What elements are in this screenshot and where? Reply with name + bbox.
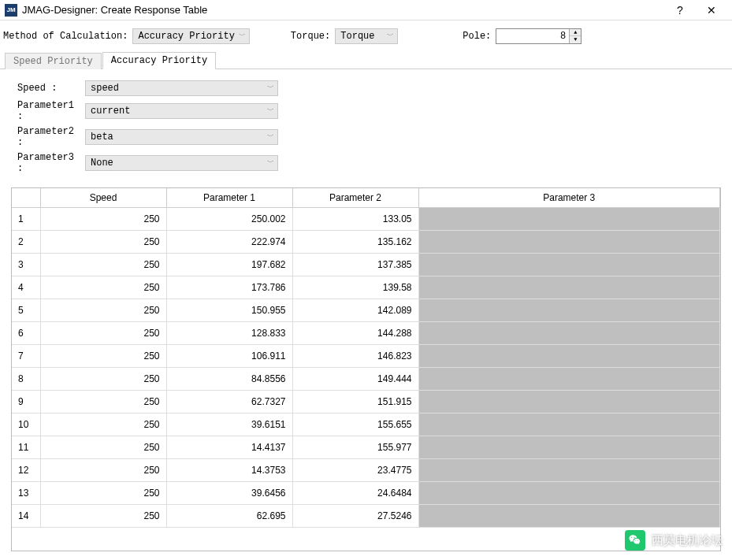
cell-p2[interactable]: 135.162 — [292, 231, 418, 254]
cell-speed[interactable]: 250 — [40, 276, 166, 299]
cell-idx[interactable]: 1 — [12, 208, 40, 231]
cell-idx[interactable]: 9 — [12, 391, 40, 414]
cell-p1[interactable]: 128.833 — [166, 322, 292, 345]
cell-p1[interactable]: 14.4137 — [166, 436, 292, 459]
cell-idx[interactable]: 6 — [12, 322, 40, 345]
speed-combo[interactable]: speed — [85, 80, 278, 96]
cell-speed[interactable]: 250 — [40, 414, 166, 436]
cell-p1[interactable]: 222.974 — [166, 231, 292, 254]
tab-speed-priority[interactable]: Speed Priority — [5, 53, 102, 69]
cell-p3[interactable] — [418, 231, 720, 254]
header-param1[interactable]: Parameter 1 — [166, 188, 292, 208]
cell-p1[interactable]: 106.911 — [166, 345, 292, 368]
cell-p3[interactable] — [418, 414, 720, 436]
cell-speed[interactable]: 250 — [40, 482, 166, 505]
cell-p3[interactable] — [418, 391, 720, 414]
cell-p1[interactable]: 62.7327 — [166, 391, 292, 414]
cell-p2[interactable]: 146.823 — [292, 345, 418, 368]
cell-p1[interactable]: 250.002 — [166, 208, 292, 231]
table-row[interactable]: 6250128.833144.288 — [12, 322, 720, 345]
cell-p2[interactable]: 24.6484 — [292, 482, 418, 505]
header-param3[interactable]: Parameter 3 — [418, 188, 720, 208]
cell-p2[interactable]: 155.977 — [292, 436, 418, 459]
cell-p3[interactable] — [418, 505, 720, 528]
spinner-down[interactable]: ▼ — [570, 36, 581, 43]
cell-idx[interactable]: 11 — [12, 436, 40, 459]
cell-speed[interactable]: 250 — [40, 459, 166, 482]
cell-p2[interactable]: 133.05 — [292, 208, 418, 231]
table-row[interactable]: 825084.8556149.444 — [12, 368, 720, 391]
spinner-up[interactable]: ▲ — [570, 29, 581, 36]
cell-p1[interactable]: 14.3753 — [166, 459, 292, 482]
cell-p3[interactable] — [418, 459, 720, 482]
table-row[interactable]: 1125014.4137155.977 — [12, 436, 720, 459]
cell-p3[interactable] — [418, 482, 720, 505]
table-row[interactable]: 925062.7327151.915 — [12, 391, 720, 414]
cell-speed[interactable]: 250 — [40, 505, 166, 528]
cell-speed[interactable]: 250 — [40, 299, 166, 322]
cell-speed[interactable]: 250 — [40, 208, 166, 231]
param3-combo[interactable]: None — [85, 155, 278, 171]
cell-p1[interactable]: 84.8556 — [166, 368, 292, 391]
cell-p2[interactable]: 142.089 — [292, 299, 418, 322]
cell-idx[interactable]: 10 — [12, 414, 40, 436]
table-row[interactable]: 5250150.955142.089 — [12, 299, 720, 322]
cell-idx[interactable]: 12 — [12, 459, 40, 482]
cell-speed[interactable]: 250 — [40, 368, 166, 391]
cell-p2[interactable]: 137.385 — [292, 254, 418, 276]
cell-idx[interactable]: 14 — [12, 505, 40, 528]
table-row[interactable]: 1425062.69527.5246 — [12, 505, 720, 528]
cell-idx[interactable]: 8 — [12, 368, 40, 391]
cell-p1[interactable]: 197.682 — [166, 254, 292, 276]
cell-p1[interactable]: 173.786 — [166, 276, 292, 299]
cell-p3[interactable] — [418, 368, 720, 391]
table-row[interactable]: 4250173.786139.58 — [12, 276, 720, 299]
cell-idx[interactable]: 7 — [12, 345, 40, 368]
cell-p1[interactable]: 62.695 — [166, 505, 292, 528]
table-row[interactable]: 1250250.002133.05 — [12, 208, 720, 231]
header-speed[interactable]: Speed — [40, 188, 166, 208]
cell-p3[interactable] — [418, 254, 720, 276]
cell-p3[interactable] — [418, 276, 720, 299]
cell-p2[interactable]: 23.4775 — [292, 459, 418, 482]
help-button[interactable]: ? — [664, 1, 696, 20]
torque-combo[interactable]: Torque — [335, 28, 398, 44]
cell-speed[interactable]: 250 — [40, 322, 166, 345]
cell-p1[interactable]: 150.955 — [166, 299, 292, 322]
cell-p3[interactable] — [418, 345, 720, 368]
cell-p2[interactable]: 27.5246 — [292, 505, 418, 528]
cell-p3[interactable] — [418, 436, 720, 459]
cell-idx[interactable]: 2 — [12, 231, 40, 254]
table-row[interactable]: 7250106.911146.823 — [12, 345, 720, 368]
cell-p2[interactable]: 151.915 — [292, 391, 418, 414]
table-row[interactable]: 2250222.974135.162 — [12, 231, 720, 254]
tab-accuracy-priority[interactable]: Accuracy Priority — [102, 52, 216, 69]
pole-input[interactable]: ▲ ▼ — [496, 28, 582, 44]
cell-p2[interactable]: 139.58 — [292, 276, 418, 299]
cell-speed[interactable]: 250 — [40, 254, 166, 276]
close-button[interactable]: ✕ — [696, 1, 727, 20]
cell-p1[interactable]: 39.6456 — [166, 482, 292, 505]
table-scroll[interactable]: Speed Parameter 1 Parameter 2 Parameter … — [12, 188, 720, 551]
pole-field[interactable] — [496, 29, 569, 43]
table-row[interactable]: 1325039.645624.6484 — [12, 482, 720, 505]
cell-speed[interactable]: 250 — [40, 345, 166, 368]
cell-speed[interactable]: 250 — [40, 391, 166, 414]
cell-p2[interactable]: 155.655 — [292, 414, 418, 436]
cell-idx[interactable]: 4 — [12, 276, 40, 299]
cell-p3[interactable] — [418, 322, 720, 345]
cell-p3[interactable] — [418, 208, 720, 231]
cell-speed[interactable]: 250 — [40, 436, 166, 459]
cell-p2[interactable]: 144.288 — [292, 322, 418, 345]
cell-p2[interactable]: 149.444 — [292, 368, 418, 391]
param1-combo[interactable]: current — [85, 103, 278, 119]
cell-idx[interactable]: 3 — [12, 254, 40, 276]
cell-idx[interactable]: 13 — [12, 482, 40, 505]
cell-idx[interactable]: 5 — [12, 299, 40, 322]
cell-p1[interactable]: 39.6151 — [166, 414, 292, 436]
table-row[interactable]: 1225014.375323.4775 — [12, 459, 720, 482]
table-row[interactable]: 1025039.6151155.655 — [12, 414, 720, 436]
cell-speed[interactable]: 250 — [40, 231, 166, 254]
header-param2[interactable]: Parameter 2 — [292, 188, 418, 208]
table-row[interactable]: 3250197.682137.385 — [12, 254, 720, 276]
